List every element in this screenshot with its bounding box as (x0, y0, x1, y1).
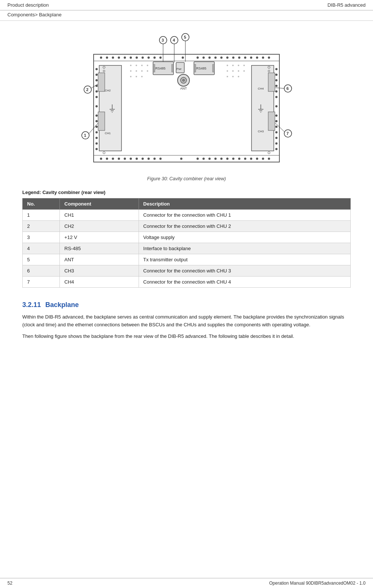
svg-point-62 (95, 126, 98, 128)
cell-component: RS-485 (60, 243, 139, 254)
svg-text:Pwr: Pwr (176, 67, 182, 71)
svg-point-66 (95, 148, 98, 150)
svg-point-124 (136, 70, 137, 72)
svg-point-18 (220, 56, 223, 59)
section-body: Within the DIB-R5 advanced, the backplan… (22, 313, 351, 340)
table-row: 1 CH1 Connector for the connection with … (23, 210, 351, 221)
svg-point-31 (118, 158, 120, 160)
svg-point-130 (227, 65, 228, 66)
svg-point-42 (208, 158, 211, 160)
svg-point-58 (95, 96, 98, 98)
cell-component: CH2 (60, 221, 139, 232)
svg-point-71 (275, 90, 278, 93)
table-row: 4 RS-485 Interface to backplane (23, 243, 351, 254)
svg-point-55 (95, 79, 98, 81)
table-row: 6 CH3 Connector for the connection with … (23, 265, 351, 277)
svg-point-6 (124, 56, 126, 59)
svg-point-125 (141, 70, 143, 72)
cell-description: Connector for the connection with CHU 4 (139, 277, 350, 288)
breadcrumb: Components> Backplane (0, 10, 373, 21)
page-footer: 52 Operation Manual 90DIBR5advancedOM02 … (0, 578, 373, 588)
cell-no: 5 (23, 254, 60, 265)
svg-point-7 (130, 56, 132, 59)
svg-text:RS485: RS485 (196, 67, 207, 70)
svg-point-140 (238, 76, 239, 77)
section-paragraph-2: Then following figure shows the backplan… (22, 333, 351, 340)
svg-text:2: 2 (86, 87, 88, 92)
svg-point-50 (256, 158, 258, 160)
svg-point-37 (153, 158, 156, 160)
col-description: Description (139, 198, 350, 210)
svg-point-53 (95, 68, 98, 70)
figure-area: CH2 CH1 CH4 CH3 (22, 32, 351, 181)
svg-point-25 (262, 56, 264, 59)
svg-point-69 (275, 79, 278, 81)
cell-no: 4 (23, 243, 60, 254)
svg-point-26 (268, 56, 270, 59)
svg-point-11 (153, 56, 156, 59)
svg-text:1: 1 (84, 133, 86, 138)
svg-point-15 (202, 56, 205, 59)
svg-point-132 (238, 65, 239, 66)
svg-point-127 (130, 76, 132, 77)
svg-point-134 (227, 70, 228, 72)
svg-point-14 (197, 56, 199, 59)
svg-text:CH4: CH4 (258, 87, 264, 90)
svg-point-61 (95, 120, 98, 122)
svg-point-131 (232, 65, 234, 66)
svg-point-54 (95, 74, 98, 76)
svg-point-10 (147, 56, 150, 59)
svg-text:6: 6 (286, 86, 289, 91)
cell-no: 7 (23, 277, 60, 288)
svg-point-33 (130, 158, 132, 160)
svg-point-45 (226, 158, 228, 160)
svg-point-34 (136, 158, 138, 160)
svg-point-133 (243, 65, 245, 66)
svg-point-4 (112, 56, 114, 59)
svg-text:3: 3 (162, 38, 164, 42)
svg-text:4: 4 (173, 38, 175, 42)
footer-left: 52 (7, 581, 12, 586)
svg-point-22 (244, 56, 246, 59)
svg-rect-84 (98, 112, 105, 130)
svg-point-121 (141, 65, 143, 66)
section-number: 3.2.11 (22, 301, 41, 309)
svg-point-74 (275, 114, 278, 117)
svg-point-17 (214, 56, 217, 59)
svg-point-135 (232, 70, 234, 72)
col-no: No. (23, 198, 60, 210)
svg-point-119 (130, 65, 132, 66)
svg-text:RS485: RS485 (155, 67, 166, 70)
svg-rect-112 (213, 64, 214, 72)
svg-text:7: 7 (286, 131, 289, 136)
svg-point-70 (275, 85, 278, 87)
svg-rect-111 (194, 64, 196, 72)
svg-point-32 (124, 158, 126, 160)
table-row: 2 CH2 Connector for the connection with … (23, 221, 351, 232)
svg-rect-107 (153, 64, 155, 72)
cell-description: Connector for the connection with CHU 3 (139, 265, 350, 277)
cell-component: CH4 (60, 277, 139, 288)
svg-text:CH2: CH2 (105, 89, 111, 92)
svg-point-123 (130, 70, 132, 72)
svg-point-21 (238, 56, 240, 59)
table-row: 3 +12 V Voltage supply (23, 232, 351, 243)
svg-point-115 (182, 79, 185, 81)
cell-component: CH3 (60, 265, 139, 277)
svg-point-120 (136, 65, 137, 66)
section-paragraph-1: Within the DIB-R5 advanced, the backplan… (22, 313, 351, 329)
svg-point-23 (250, 56, 252, 59)
svg-point-128 (136, 76, 137, 77)
svg-point-41 (202, 158, 205, 160)
table-row: 5 ANT Tx transmitter output (23, 254, 351, 265)
svg-point-79 (275, 142, 278, 145)
svg-point-28 (100, 158, 102, 160)
diagram-container: CH2 CH1 CH4 CH3 (71, 32, 302, 173)
svg-point-38 (159, 158, 162, 160)
cell-no: 3 (23, 232, 60, 243)
svg-point-35 (142, 158, 144, 160)
svg-point-59 (95, 105, 98, 107)
svg-point-72 (275, 96, 278, 98)
figure-caption: Figure 30: Cavity combiner (rear view) (147, 176, 226, 181)
svg-point-75 (275, 120, 278, 122)
